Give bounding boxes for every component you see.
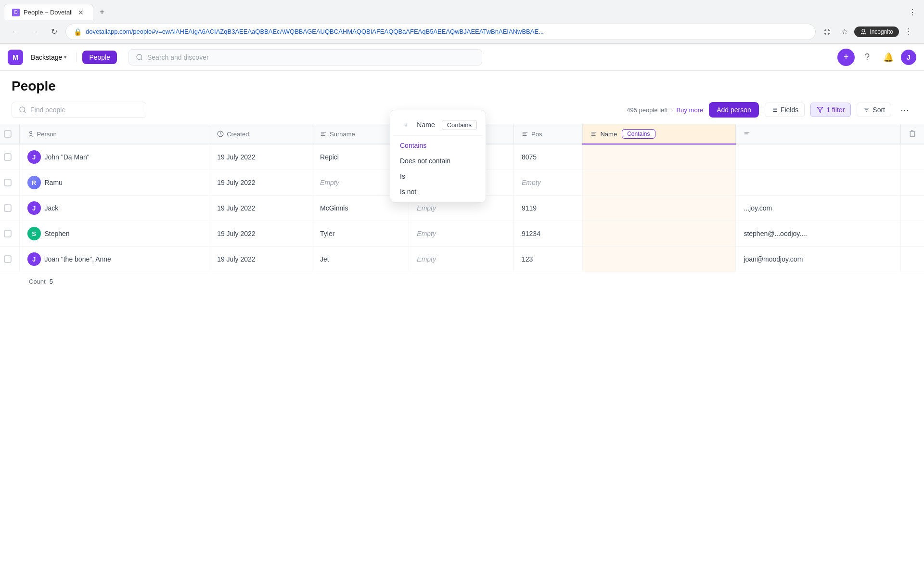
browser-tab[interactable]: D People – Dovetail ✕ (4, 4, 93, 20)
forward-button[interactable]: → (27, 24, 42, 39)
fields-icon (771, 106, 778, 113)
add-button[interactable]: + (837, 49, 855, 66)
sort-label: Sort (873, 106, 885, 114)
pos-cell: Empty (514, 170, 583, 196)
new-tab-button[interactable]: + (95, 5, 109, 19)
back-button[interactable]: ← (8, 24, 23, 39)
row-delete-cell (901, 144, 924, 170)
contains-filter-button[interactable]: Contains (622, 129, 655, 139)
col-created-label: Created (227, 131, 249, 138)
email-cell (736, 170, 901, 196)
browser-menu-icon: ⋮ (909, 8, 920, 17)
surname-cell: Tyler (312, 221, 409, 247)
svg-marker-8 (817, 107, 823, 113)
fields-label: Fields (781, 106, 798, 114)
people-count-number: 495 people left (627, 106, 667, 114)
svg-point-0 (137, 54, 142, 60)
dropdown-option[interactable]: Does not contain (393, 153, 483, 169)
bookmark-icon[interactable]: ☆ (837, 24, 852, 39)
notifications-button[interactable]: 🔔 (880, 49, 897, 66)
text-col-icon-1 (320, 131, 327, 137)
add-condition-button[interactable]: + (399, 118, 413, 132)
person-avatar: J (27, 252, 41, 266)
firstname-cell: Empty (409, 221, 514, 247)
email-cell: joan@moodjoy.com (736, 247, 901, 272)
surname-cell: Jet (312, 247, 409, 272)
tab-title: People – Dovetail (24, 9, 73, 16)
person-avatar: J (27, 201, 41, 215)
filter-icon (817, 106, 823, 113)
empty-val: Empty (522, 179, 541, 186)
select-all-header[interactable] (0, 124, 19, 144)
row-checkbox[interactable] (4, 230, 12, 237)
dropdown-option[interactable]: Contains (393, 138, 483, 153)
empty-val: Empty (320, 179, 339, 186)
search-icon (136, 53, 143, 61)
row-delete-cell (901, 221, 924, 247)
nav-separator (76, 53, 77, 62)
name-cell (583, 247, 736, 272)
row-checkbox[interactable] (4, 255, 12, 263)
column-email (736, 124, 901, 144)
row-delete-cell (901, 247, 924, 272)
name-cell (583, 196, 736, 221)
people-nav-button[interactable]: People (82, 51, 117, 64)
text-col-icon-3 (522, 131, 528, 137)
more-options-button[interactable]: ⋯ (897, 102, 912, 118)
delete-col-icon[interactable] (909, 130, 916, 137)
pos-cell: 8075 (514, 144, 583, 170)
sort-button[interactable]: Sort (857, 103, 891, 117)
row-checkbox[interactable] (4, 204, 12, 212)
person-name: Ramu (45, 179, 63, 186)
empty-val: Empty (417, 230, 436, 237)
person-cell: J Jack (27, 201, 202, 215)
created-cell: 19 July 2022 (209, 144, 312, 170)
workspace-selector[interactable]: Backstage ▾ (27, 52, 70, 63)
tab-favicon: D (12, 9, 20, 16)
extensions-icon[interactable] (820, 24, 835, 39)
buy-more-link[interactable]: Buy more (677, 106, 704, 114)
column-person: Person (19, 124, 209, 144)
person-col-icon (27, 131, 34, 137)
column-name: Name Contains (583, 124, 736, 144)
find-people-input[interactable]: Find people (12, 102, 146, 118)
row-checkbox[interactable] (4, 179, 12, 186)
person-name: Jack (45, 204, 59, 212)
column-delete (901, 124, 924, 144)
find-people-placeholder: Find people (30, 106, 65, 114)
svg-point-12 (29, 131, 32, 134)
address-field[interactable]: 🔒 dovetailapp.com/people#v=ewAiAHEAIgA6A… (65, 24, 816, 40)
row-checkbox[interactable] (4, 153, 12, 161)
table-row[interactable]: S Stephen 19 July 2022TylerEmpty91234ste… (0, 221, 924, 247)
filter-button[interactable]: 1 filter (810, 103, 851, 117)
count-value: 5 (50, 278, 53, 285)
count-row: Count 5 (0, 272, 924, 291)
pos-cell: 9119 (514, 196, 583, 221)
svg-point-1 (20, 107, 25, 112)
page-title-area: People (0, 71, 924, 96)
people-count-text: 495 people left · Buy more (627, 106, 703, 114)
help-button[interactable]: ? (859, 49, 876, 66)
filter-dropdown: + Name Contains ContainsDoes not contain… (390, 110, 486, 203)
created-cell: 19 July 2022 (209, 221, 312, 247)
plus-icon: + (404, 121, 408, 130)
contains-condition-btn[interactable]: Contains (442, 120, 477, 130)
tab-close-button[interactable]: ✕ (77, 8, 85, 17)
person-cell: R Ramu (27, 176, 202, 189)
user-avatar[interactable]: J (901, 50, 916, 65)
add-person-button[interactable]: Add person (709, 102, 759, 118)
person-avatar: J (27, 150, 41, 164)
header-search[interactable]: Search and discover (128, 49, 483, 66)
name-cell (583, 221, 736, 247)
select-all-checkbox[interactable] (4, 130, 12, 138)
browser-more-icon[interactable]: ⋮ (901, 24, 916, 39)
column-created: Created (209, 124, 312, 144)
table-row[interactable]: J Joan "the bone", Anne 19 July 2022JetE… (0, 247, 924, 272)
fields-button[interactable]: Fields (765, 103, 805, 117)
dropdown-option[interactable]: Is (393, 169, 483, 184)
filter-dropdown-contains-btn[interactable]: Contains (442, 121, 477, 129)
person-name: John "Da Man" (45, 153, 90, 161)
person-cell: J John "Da Man" (27, 150, 202, 164)
dropdown-option[interactable]: Is not (393, 184, 483, 199)
reload-button[interactable]: ↻ (46, 24, 62, 39)
